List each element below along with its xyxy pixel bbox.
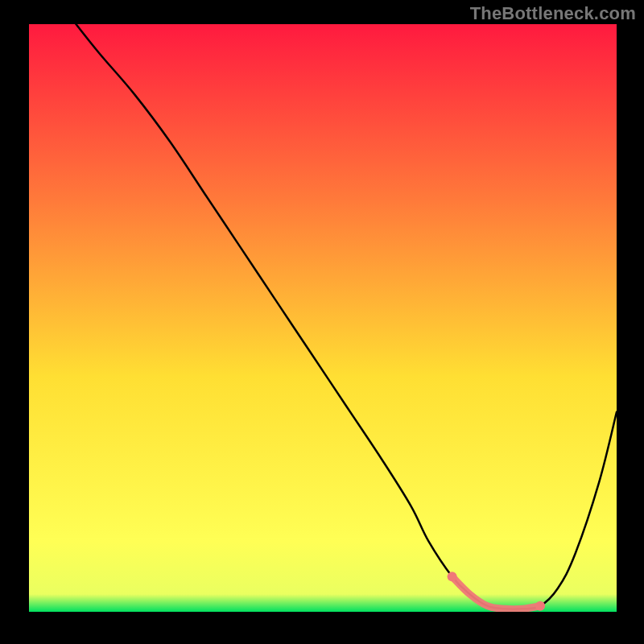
optimal-zone-endpoint-1 <box>448 572 457 581</box>
optimal-zone-endpoint-2 <box>535 601 545 611</box>
watermark-label: TheBottleneck.com <box>470 3 636 24</box>
plot-area <box>29 24 617 612</box>
gradient-background <box>29 24 617 612</box>
chart-container: TheBottleneck.com <box>0 0 644 644</box>
